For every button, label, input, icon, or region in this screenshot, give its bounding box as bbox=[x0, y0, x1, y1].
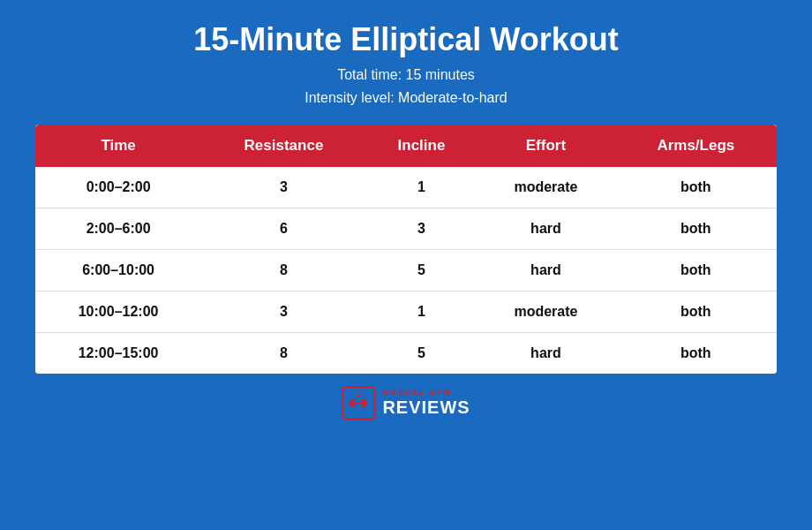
cell-effort: hard bbox=[477, 333, 614, 374]
cell-resistance: 3 bbox=[201, 167, 366, 208]
table-row: 2:00–6:0063hardboth bbox=[35, 208, 777, 250]
cell-incline: 5 bbox=[366, 333, 477, 374]
footer: Garage Gym REVIEWS bbox=[342, 386, 470, 420]
col-incline: Incline bbox=[366, 125, 477, 167]
col-effort: Effort bbox=[477, 125, 614, 167]
subtitle: Total time: 15 minutes Intensity level: … bbox=[304, 64, 507, 109]
svg-rect-3 bbox=[362, 398, 365, 407]
workout-table: Time Resistance Incline Effort Arms/Legs… bbox=[35, 125, 777, 374]
cell-arms-legs: both bbox=[615, 333, 777, 374]
logo: Garage Gym REVIEWS bbox=[342, 386, 470, 420]
table-row: 0:00–2:0031moderateboth bbox=[35, 167, 777, 208]
cell-effort: hard bbox=[477, 208, 614, 250]
logo-text: Garage Gym REVIEWS bbox=[382, 389, 470, 417]
cell-resistance: 3 bbox=[201, 292, 366, 333]
total-time: Total time: 15 minutes bbox=[304, 64, 507, 87]
page-title: 15-Minute Elliptical Workout bbox=[193, 21, 618, 58]
cell-resistance: 8 bbox=[201, 333, 366, 374]
cell-arms-legs: both bbox=[615, 208, 777, 250]
cell-time: 10:00–12:00 bbox=[35, 292, 201, 333]
cell-effort: hard bbox=[477, 250, 614, 292]
cell-effort: moderate bbox=[477, 167, 614, 208]
svg-point-5 bbox=[357, 394, 360, 398]
cell-incline: 1 bbox=[366, 292, 477, 333]
cell-time: 2:00–6:00 bbox=[35, 208, 201, 250]
cell-resistance: 8 bbox=[201, 250, 366, 292]
col-time: Time bbox=[35, 125, 201, 167]
svg-rect-2 bbox=[352, 398, 355, 407]
cell-time: 0:00–2:00 bbox=[35, 167, 201, 208]
intensity-level: Intensity level: Moderate-to-hard bbox=[304, 87, 507, 110]
col-arms-legs: Arms/Legs bbox=[615, 125, 777, 167]
col-resistance: Resistance bbox=[201, 125, 366, 167]
table-row: 6:00–10:0085hardboth bbox=[35, 250, 777, 292]
cell-arms-legs: both bbox=[615, 292, 777, 333]
logo-top-text: Garage Gym bbox=[382, 389, 451, 398]
cell-incline: 1 bbox=[366, 167, 477, 208]
logo-icon bbox=[342, 386, 375, 420]
cell-resistance: 6 bbox=[201, 208, 366, 250]
cell-arms-legs: both bbox=[615, 250, 777, 292]
cell-effort: moderate bbox=[477, 292, 614, 333]
cell-incline: 3 bbox=[366, 208, 477, 250]
table-row: 12:00–15:0085hardboth bbox=[35, 333, 777, 374]
cell-arms-legs: both bbox=[615, 167, 777, 208]
cell-time: 12:00–15:00 bbox=[35, 333, 201, 374]
table-row: 10:00–12:0031moderateboth bbox=[35, 292, 777, 333]
svg-rect-4 bbox=[355, 402, 362, 404]
cell-time: 6:00–10:00 bbox=[35, 250, 201, 292]
table-header-row: Time Resistance Incline Effort Arms/Legs bbox=[35, 125, 777, 167]
logo-bottom-text: REVIEWS bbox=[382, 398, 470, 417]
cell-incline: 5 bbox=[366, 250, 477, 292]
